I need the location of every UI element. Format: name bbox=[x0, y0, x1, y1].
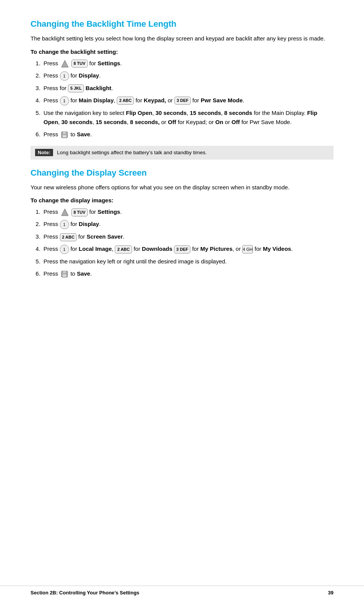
key-1b-s2: 1 bbox=[60, 245, 69, 254]
section2-step-4: Press 1 for Local Image, 2 ABC for Downl… bbox=[42, 244, 333, 254]
note-box: Note: Long backlight settings affect the… bbox=[31, 146, 333, 160]
section1-intro: The backlight setting lets you select ho… bbox=[31, 34, 333, 43]
key-2abc-s2: 2 ABC bbox=[60, 233, 77, 242]
section1-step-2: Press 1 for Display. bbox=[42, 71, 333, 81]
footer-right: 39 bbox=[328, 590, 333, 596]
svg-rect-6 bbox=[63, 271, 66, 273]
section1-subheading: To change the backlight setting: bbox=[31, 48, 333, 55]
footer: Section 2B: Controlling Your Phone’s Set… bbox=[0, 586, 364, 596]
page-content: Changing the Backlight Time Length The b… bbox=[0, 0, 364, 315]
section2-intro: Your new wireless phone offers options f… bbox=[31, 183, 333, 192]
svg-rect-2 bbox=[63, 132, 66, 134]
section2-title: Changing the Display Screen bbox=[31, 168, 333, 178]
key-2abc-s1: 2 ABC bbox=[117, 97, 134, 105]
svg-rect-7 bbox=[63, 274, 66, 277]
section1-step-5: Use the navigation key to select Flip Op… bbox=[42, 108, 333, 127]
section2-subheading: To change the display images: bbox=[31, 197, 333, 203]
key-3def-s1: 3 DEF bbox=[174, 97, 191, 105]
key-3def-s2: 3 DEF bbox=[174, 245, 190, 254]
save-icon-1 bbox=[61, 131, 68, 139]
section1-step-6: Press to Save. bbox=[42, 130, 333, 139]
key-2abc-s2b: 2 ABC bbox=[115, 245, 132, 254]
section1-steps: Press 8 TUV for Settings. Press 1 for Di… bbox=[42, 59, 333, 139]
key-5jkl: 5 JKL bbox=[68, 84, 84, 93]
section2-step-6: Press to Save. bbox=[42, 269, 333, 278]
note-label: Note: bbox=[35, 149, 53, 156]
key-1-s2: 1 bbox=[60, 220, 69, 229]
key-4gh-s2: 4 GH bbox=[242, 245, 253, 253]
section1-step-3: Press for 5 JKL Backlight. bbox=[42, 84, 333, 93]
save-icon-2 bbox=[61, 270, 68, 278]
svg-marker-4 bbox=[61, 209, 68, 216]
key-8tuv-2: 8 TUV bbox=[71, 208, 88, 217]
section1-step-4: Press 1 for Main Display, 2 ABC for Keyp… bbox=[42, 96, 333, 105]
menu-icon-1 bbox=[61, 60, 69, 68]
section2-steps: Press 8 TUV for Settings. Press 1 for Di… bbox=[42, 207, 333, 278]
menu-icon-2 bbox=[61, 208, 69, 216]
section2-step-3: Press 2 ABC for Screen Saver. bbox=[42, 232, 333, 241]
key-1b-s1: 1 bbox=[60, 96, 69, 105]
key-1-s1: 1 bbox=[60, 71, 69, 81]
section2-step-5: Press the navigation key left or right u… bbox=[42, 257, 333, 266]
key-8tuv-1: 8 TUV bbox=[71, 60, 88, 68]
svg-marker-0 bbox=[61, 60, 68, 67]
note-text: Long backlight settings affect the batte… bbox=[57, 149, 207, 157]
svg-rect-3 bbox=[63, 135, 66, 137]
section2-step-2: Press 1 for Display. bbox=[42, 220, 333, 229]
section1-step-1: Press 8 TUV for Settings. bbox=[42, 59, 333, 68]
footer-left: Section 2B: Controlling Your Phone’s Set… bbox=[31, 590, 139, 596]
section2-step-1: Press 8 TUV for Settings. bbox=[42, 207, 333, 216]
section1-title: Changing the Backlight Time Length bbox=[31, 19, 333, 29]
